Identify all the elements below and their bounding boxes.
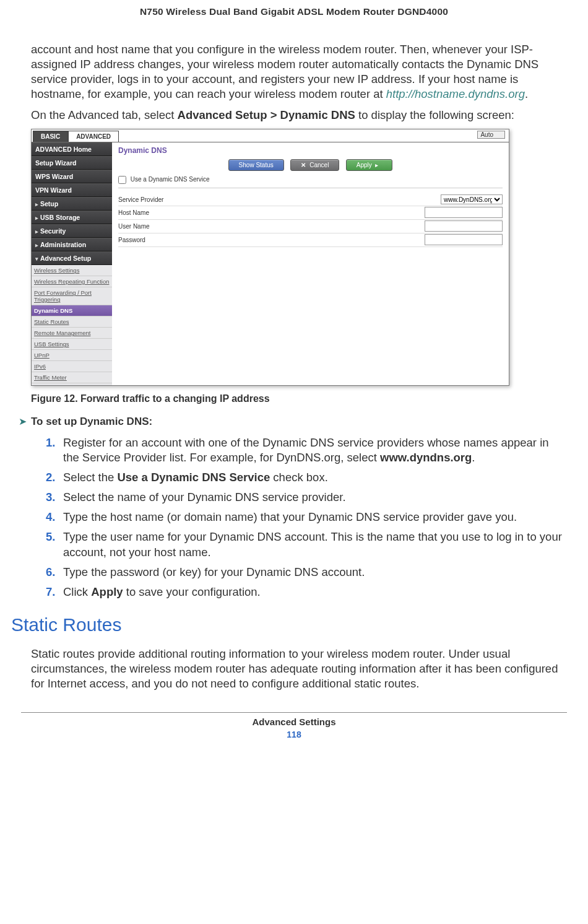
sidebar-item-advanced-home[interactable]: ADVANCED Home — [32, 142, 112, 156]
footer-section-label: Advanced Settings — [21, 717, 567, 727]
main-panel: Dynamic DNS Show Status ✕Cancel Apply ▸ … — [112, 142, 509, 385]
tab-advanced[interactable]: ADVANCED — [68, 131, 119, 142]
sidebar-item-setup[interactable]: Setup — [32, 197, 112, 211]
step-4: Type the host name (or domain name) that… — [46, 510, 567, 525]
step-2-pre: Select the — [63, 471, 117, 484]
use-ddns-label: Use a Dynamic DNS Service — [131, 176, 210, 183]
sidebar-sub-upnp[interactable]: UPnP — [32, 350, 112, 361]
sidebar-item-wps-wizard[interactable]: WPS Wizard — [32, 170, 112, 183]
auto-dropdown[interactable]: Auto — [477, 131, 505, 139]
sidebar-sub-dynamic-dns[interactable]: Dynamic DNS — [32, 305, 112, 316]
sidebar-sub-static-routes[interactable]: Static Routes — [32, 316, 112, 328]
apply-button[interactable]: Apply ▸ — [346, 159, 393, 171]
sidebar-sub-traffic-meter[interactable]: Traffic Meter — [32, 372, 112, 383]
static-routes-paragraph: Static routes provide additional routing… — [31, 647, 567, 691]
sidebar-sub-wireless-repeating[interactable]: Wireless Repeating Function — [32, 276, 112, 287]
sidebar-item-vpn-wizard[interactable]: VPN Wizard — [32, 183, 112, 197]
sidebar: ADVANCED Home Setup Wizard WPS Wizard VP… — [32, 142, 112, 385]
step-7-bold: Apply — [91, 585, 123, 598]
sidebar-item-security[interactable]: Security — [32, 224, 112, 238]
host-name-label: Host Name — [118, 209, 186, 216]
step-2-bold: Use a Dynamic DNS Service — [117, 471, 270, 484]
cancel-button[interactable]: ✕Cancel — [290, 159, 339, 171]
procedure-arrow-icon: ➤ — [19, 416, 31, 427]
sidebar-sub-wireless-settings[interactable]: Wireless Settings — [32, 265, 112, 276]
step-6: Type the password (or key) for your Dyna… — [46, 565, 567, 580]
step-2-post: check box. — [270, 471, 328, 484]
page-header-title: N750 Wireless Dual Band Gigabit ADSL Mod… — [21, 0, 567, 42]
password-label: Password — [118, 237, 186, 243]
sidebar-item-usb-storage[interactable]: USB Storage — [32, 211, 112, 224]
step-3: Select the name of your Dynamic DNS serv… — [46, 490, 567, 505]
step-7-pre: Click — [63, 585, 91, 598]
figure-caption: Figure 12. Forward traffic to a changing… — [31, 393, 567, 404]
step-5: Type the user name for your Dynamic DNS … — [46, 530, 567, 559]
step-2: Select the Use a Dynamic DNS Service che… — [46, 470, 567, 485]
user-name-input[interactable] — [425, 220, 503, 232]
section-heading-static-routes: Static Routes — [11, 614, 567, 635]
cancel-button-label: Cancel — [309, 162, 329, 168]
sidebar-sub-usb-settings[interactable]: USB Settings — [32, 339, 112, 350]
sidebar-sub-remote-management[interactable]: Remote Management — [32, 328, 112, 339]
step-1-pre: Register for an account with one of the … — [63, 436, 549, 464]
sidebar-item-advanced-setup[interactable]: Advanced Setup — [32, 251, 112, 265]
sidebar-item-setup-wizard[interactable]: Setup Wizard — [32, 156, 112, 170]
sidebar-sub-port-forwarding[interactable]: Port Forwarding / Port Triggering — [32, 287, 112, 305]
show-status-button[interactable]: Show Status — [228, 159, 284, 171]
tab-basic[interactable]: BASIC — [33, 131, 68, 142]
nav-path-bold: Advanced Setup > Dynamic DNS — [178, 108, 355, 121]
use-ddns-checkbox[interactable] — [118, 176, 126, 184]
password-input[interactable] — [425, 234, 503, 245]
user-name-label: User Name — [118, 223, 186, 230]
step-1-post: . — [472, 451, 475, 464]
apply-button-label: Apply — [357, 162, 372, 168]
service-provider-select[interactable]: www.DynDNS.org — [441, 194, 503, 204]
step-1: Register for an account with one of the … — [46, 435, 567, 465]
panel-title: Dynamic DNS — [118, 146, 503, 155]
intro-paragraph-2: On the Advanced tab, select Advanced Set… — [31, 108, 567, 123]
sidebar-sub-readyshare-cloud[interactable]: ReadySHARE Cloud — [32, 383, 112, 386]
sidebar-item-administration[interactable]: Administration — [32, 238, 112, 251]
intro-paragraph-1: account and host name that you configure… — [31, 42, 567, 102]
footer-page-number: 118 — [21, 730, 567, 739]
para1-post: . — [525, 87, 528, 100]
step-7-post: to save your configuration. — [123, 585, 261, 598]
para2-post: to display the following screen: — [355, 108, 514, 121]
host-name-input[interactable] — [425, 207, 503, 218]
step-1-bold: www.dyndns.org — [380, 451, 472, 464]
procedure-heading: To set up Dynamic DNS: — [31, 416, 152, 428]
example-url-link[interactable]: http://hostname.dyndns.org — [386, 87, 525, 100]
footer-divider — [21, 712, 567, 713]
step-7: Click Apply to save your configuration. — [46, 585, 567, 599]
para2-pre: On the Advanced tab, select — [31, 108, 178, 121]
procedure-steps-list: Register for an account with one of the … — [31, 435, 567, 599]
router-ui-screenshot: Auto BASIC ADVANCED ADVANCED Home Setup … — [31, 129, 509, 386]
service-provider-label: Service Provider — [118, 196, 186, 203]
sidebar-sub-ipv6[interactable]: IPv6 — [32, 361, 112, 372]
